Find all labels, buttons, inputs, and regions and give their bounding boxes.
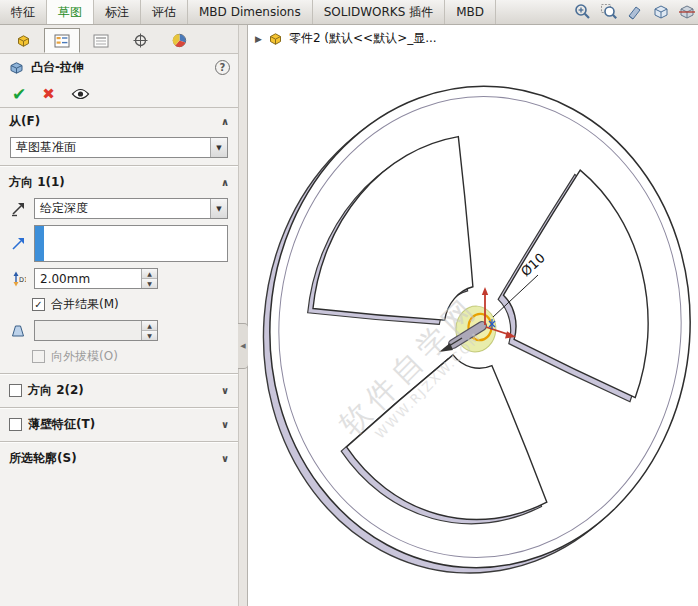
chevron-down-icon: ∨	[221, 419, 229, 430]
breadcrumb[interactable]: ▶ 零件2 (默认<<默认>_显...	[255, 30, 437, 47]
cancel-button[interactable]: ✖	[42, 87, 55, 102]
chevron-up-icon: ∧	[221, 177, 229, 188]
svg-text:D1: D1	[19, 276, 26, 284]
zoom-area-icon[interactable]	[599, 3, 618, 22]
draft-icon	[8, 324, 28, 338]
ribbon-spacer	[496, 0, 571, 24]
dropdown-arrow-icon[interactable]: ▼	[210, 138, 227, 157]
panel-splitter[interactable]: ◀	[238, 25, 248, 606]
graphics-viewport[interactable]: ▶ 零件2 (默认<<默认>_显...	[248, 25, 698, 606]
property-manager-icon	[54, 34, 70, 48]
end-condition-value: 给定深度	[40, 200, 88, 217]
separator	[0, 441, 238, 443]
draft-outward-checkbox: ✓	[32, 350, 45, 363]
tab-features[interactable]: 特征	[0, 0, 47, 24]
reverse-direction-button[interactable]	[8, 201, 28, 217]
zoom-in-icon[interactable]	[573, 3, 592, 22]
section-selected-contours-label: 所选轮廓(S)	[9, 450, 77, 467]
property-manager-panel: 凸台-拉伸 ? ✔ ✖ 从(F) ∧ 草图基准面 ▼	[0, 25, 238, 606]
separator	[0, 165, 238, 167]
extrude-direction-icon	[8, 236, 28, 252]
selection-cursor	[35, 226, 44, 261]
display-manager-icon	[172, 33, 187, 48]
end-condition-dropdown[interactable]: 给定深度 ▼	[34, 198, 228, 219]
draft-outward-row: ✓ 向外拔模(O)	[0, 344, 238, 369]
section-from-label: 从(F)	[9, 113, 40, 130]
preview-eye-button[interactable]	[71, 88, 90, 100]
configuration-manager-icon	[93, 34, 109, 48]
property-manager-title: 凸台-拉伸	[31, 59, 209, 76]
part-icon	[16, 34, 31, 48]
spinner-down-icon: ▼	[142, 331, 157, 340]
depth-value: 2.00mm	[35, 272, 141, 286]
separator	[0, 407, 238, 409]
display-style-icon[interactable]	[677, 3, 696, 22]
section-thin-feature-label: 薄壁特征(T)	[28, 416, 95, 433]
tree-expander-icon[interactable]: ▶	[255, 34, 262, 44]
solidworks-window: 特征 草图 标注 评估 MBD Dimensions SOLIDWORKS 插件…	[0, 0, 698, 606]
dimxpert-manager-tab[interactable]	[122, 28, 158, 53]
section-direction2-label: 方向 2(2)	[28, 382, 84, 399]
draft-angle-input: ▲▼	[34, 320, 158, 341]
merge-result-checkbox[interactable]: ✓	[32, 298, 45, 311]
reverse-direction-icon	[10, 201, 26, 217]
eraser-icon[interactable]	[625, 3, 644, 22]
tab-solidworks-addins[interactable]: SOLIDWORKS 插件	[313, 0, 445, 24]
manager-pane-tabs	[0, 25, 238, 54]
thin-feature-checkbox[interactable]: ✓	[9, 418, 22, 431]
tab-mbd[interactable]: MBD	[445, 0, 496, 24]
tab-annotations[interactable]: 标注	[94, 0, 141, 24]
help-button[interactable]: ?	[215, 60, 230, 75]
section-direction1-label: 方向 1(1)	[9, 174, 65, 191]
section-selected-contours[interactable]: 所选轮廓(S) ∨	[0, 445, 238, 471]
part-icon	[268, 32, 283, 46]
section-from[interactable]: 从(F) ∧	[0, 108, 238, 134]
draft-spinner: ▲▼	[141, 321, 157, 340]
direction2-checkbox[interactable]: ✓	[9, 384, 22, 397]
spinner-up-icon: ▲	[142, 321, 157, 331]
property-manager-tab[interactable]	[44, 28, 80, 53]
eye-icon	[71, 88, 90, 100]
ribbon-tab-bar: 特征 草图 标注 评估 MBD Dimensions SOLIDWORKS 插件…	[0, 0, 698, 25]
direction-selection-box[interactable]	[34, 225, 228, 262]
draft-outward-label: 向外拔模(O)	[51, 348, 118, 365]
from-condition-value: 草图基准面	[16, 139, 76, 156]
tab-mbd-dimensions[interactable]: MBD Dimensions	[188, 0, 313, 24]
dropdown-arrow-icon[interactable]: ▼	[210, 199, 227, 218]
feature-tree-tab[interactable]	[5, 28, 41, 53]
heads-up-toolbar	[571, 0, 698, 24]
merge-result-row[interactable]: ✓ 合并结果(M)	[0, 292, 238, 317]
chevron-up-icon: ∧	[221, 116, 229, 127]
boss-extrude-icon	[8, 60, 25, 75]
spinner-up-icon[interactable]: ▲	[142, 269, 157, 279]
display-manager-tab[interactable]	[161, 28, 197, 53]
depth-spinner[interactable]: ▲▼	[141, 269, 157, 288]
section-thin-feature[interactable]: ✓ 薄壁特征(T) ∨	[0, 411, 238, 437]
chevron-down-icon: ∨	[221, 453, 229, 464]
merge-result-label: 合并结果(M)	[51, 296, 119, 313]
depth-input[interactable]: 2.00mm ▲▼	[34, 268, 158, 289]
model-scene[interactable]: Ø10 软件自学网 WWW.RJZXW.COM	[248, 25, 698, 606]
from-condition-dropdown[interactable]: 草图基准面 ▼	[10, 137, 228, 158]
configuration-manager-tab[interactable]	[83, 28, 119, 53]
ok-button[interactable]: ✔	[12, 86, 26, 103]
tab-evaluate[interactable]: 评估	[141, 0, 188, 24]
section-direction1[interactable]: 方向 1(1) ∧	[0, 169, 238, 195]
spinner-down-icon[interactable]: ▼	[142, 279, 157, 288]
separator	[0, 373, 238, 375]
section-direction2[interactable]: ✓ 方向 2(2) ∨	[0, 377, 238, 403]
tab-sketch[interactable]: 草图	[47, 0, 94, 24]
dimxpert-icon	[133, 33, 148, 48]
section-view-icon[interactable]	[651, 3, 670, 22]
chevron-down-icon: ∨	[221, 385, 229, 396]
depth-icon: D1	[8, 271, 28, 287]
breadcrumb-part-name: 零件2 (默认<<默认>_显...	[289, 30, 437, 47]
